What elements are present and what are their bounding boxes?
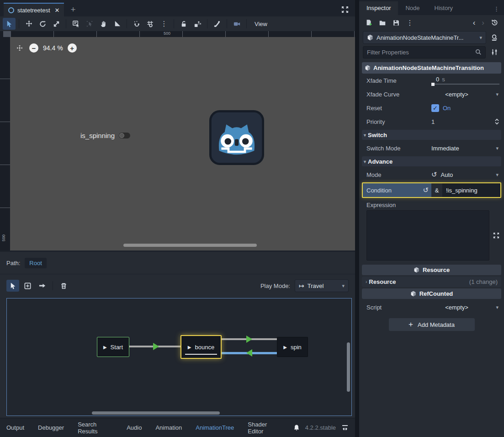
tab-inspector[interactable]: Inspector <box>359 1 398 15</box>
xfade-curve-field[interactable]: <empty> ▾ <box>431 91 501 98</box>
filter-properties-input[interactable] <box>367 49 472 56</box>
toggle-switch-off[interactable] <box>119 133 130 139</box>
category-refcounted[interactable]: RefCounted <box>362 288 501 299</box>
viewport-hscrollbar[interactable] <box>123 244 257 247</box>
snap-select-tool-button[interactable] <box>83 18 96 30</box>
add-metadata-button[interactable]: + Add Metadata <box>389 318 475 331</box>
filter-properties-box[interactable] <box>363 46 486 59</box>
move-tool-button[interactable] <box>22 18 35 30</box>
skeleton-bone-button[interactable] <box>211 18 223 30</box>
group-button[interactable] <box>191 18 204 30</box>
save-resource-icon[interactable] <box>390 17 402 28</box>
bottom-tab-search-results[interactable]: Search Results <box>78 421 113 435</box>
open-docs-icon[interactable] <box>488 32 500 43</box>
play-state-icon[interactable]: ▶ <box>283 345 287 350</box>
state-node-start[interactable]: ▶ Start <box>97 337 129 357</box>
transition-arrow-icon[interactable] <box>246 349 252 357</box>
expression-textarea[interactable] <box>366 210 489 261</box>
section-advance[interactable]: ▾ Advance <box>362 156 501 166</box>
state-node-bounce[interactable]: ▶ bounce <box>180 335 222 359</box>
condition-input[interactable] <box>442 183 500 197</box>
load-resource-icon[interactable] <box>377 17 388 28</box>
zoom-out-button[interactable]: − <box>29 43 38 53</box>
spinner-updown-icon[interactable] <box>494 118 501 125</box>
new-resource-icon[interactable] <box>363 17 375 28</box>
bottom-tab-animation[interactable]: Animation <box>155 424 182 431</box>
revert-icon[interactable]: ↺ <box>423 186 429 194</box>
lock-button[interactable] <box>177 18 190 30</box>
play-state-icon[interactable]: ▶ <box>188 345 191 350</box>
godot-icon-sprite[interactable] <box>209 110 264 165</box>
xfade-time-field[interactable]: 0s <box>431 75 501 86</box>
transition-arrow-icon[interactable] <box>153 343 159 350</box>
priority-value[interactable]: 1 <box>431 118 435 125</box>
section-switch[interactable]: ▾ Switch <box>362 130 501 140</box>
slider-grabber[interactable] <box>431 83 435 86</box>
state-machine-graph[interactable]: ▶ Start ▶ bounce ▶ spin <box>6 298 352 416</box>
notification-bell-icon[interactable] <box>293 424 300 431</box>
class-header[interactable]: AnimationNodeStateMachineTransition <box>362 62 501 74</box>
history-back-icon[interactable]: ‹ <box>471 18 478 27</box>
reset-field[interactable]: ✓ On <box>431 104 501 112</box>
revert-icon[interactable]: ↺ <box>431 171 437 179</box>
ruler-tool-button[interactable] <box>111 18 123 30</box>
pan-tool-button[interactable] <box>97 18 110 30</box>
camera-override-button[interactable] <box>230 18 243 30</box>
smart-snap-button[interactable] <box>130 18 143 30</box>
bottom-tab-debugger[interactable]: Debugger <box>38 424 64 431</box>
property-script[interactable]: Script <empty> ▾ <box>362 300 501 314</box>
group-resource[interactable]: › Resource (1 change) <box>362 277 501 287</box>
version-label[interactable]: 4.2.2.stable <box>305 424 336 431</box>
rotate-tool-button[interactable] <box>36 18 49 30</box>
scene-tab-statetreetest[interactable]: statetreetest ✕ <box>4 3 64 16</box>
path-root-button[interactable]: Root <box>25 258 46 268</box>
property-xfade-curve[interactable]: Xfade Curve <empty> ▾ <box>362 87 501 101</box>
expand-viewport-icon[interactable] <box>341 6 349 13</box>
sm-delete-button[interactable] <box>57 280 70 292</box>
resource-options-menu[interactable]: ⋮ <box>404 17 416 28</box>
select-tool-button[interactable] <box>3 18 16 30</box>
bottom-tab-audio[interactable]: Audio <box>127 424 142 431</box>
property-priority[interactable]: Priority 1 <box>362 115 501 128</box>
property-advance-condition-selected[interactable]: Condition ↺ & <box>362 182 501 198</box>
scale-tool-button[interactable] <box>50 18 63 30</box>
zoom-in-button[interactable]: + <box>68 43 77 53</box>
tab-history[interactable]: History <box>427 1 460 15</box>
sm-add-node-button[interactable] <box>21 280 34 292</box>
canvas[interactable]: − 94.4 % + is_spinning <box>10 37 355 250</box>
graph-hscrollbar[interactable] <box>92 411 220 415</box>
xfade-curve-value[interactable]: <empty> <box>445 91 468 98</box>
scene-check-button[interactable]: is_spinning <box>80 132 130 139</box>
advance-mode-field[interactable]: ↺ Auto ▾ <box>431 171 501 179</box>
category-resource[interactable]: Resource <box>362 265 501 275</box>
center-view-icon[interactable] <box>16 44 24 52</box>
sm-connect-nodes-button[interactable] <box>36 280 48 292</box>
priority-field[interactable]: 1 <box>431 118 501 125</box>
property-switch-mode[interactable]: Switch Mode Immediate ▾ <box>362 141 501 155</box>
property-xfade-time[interactable]: Xfade Time 0s <box>362 74 501 87</box>
new-tab-button[interactable]: + <box>70 5 75 15</box>
snap-options-menu[interactable]: ⋮ <box>158 18 170 30</box>
list-select-tool-button[interactable] <box>69 18 82 30</box>
view-menu-button[interactable]: View <box>250 21 272 27</box>
sm-select-tool-button[interactable] <box>6 280 19 292</box>
dock-options-menu[interactable]: ⋮ <box>489 3 504 15</box>
xfade-time-slider[interactable] <box>431 84 499 85</box>
xfade-time-value[interactable]: 0 <box>436 76 439 83</box>
transition-arrow-icon[interactable] <box>246 336 252 343</box>
script-value[interactable]: <empty> <box>445 304 468 311</box>
bottom-tab-shader-editor[interactable]: Shader Editor <box>248 421 279 435</box>
object-history-icon[interactable] <box>488 17 500 28</box>
property-advance-mode[interactable]: Mode ↺ Auto ▾ <box>362 168 501 181</box>
2d-viewport[interactable]: 500 500 − 94.4 % + is_spinning <box>0 31 355 250</box>
resource-selector[interactable]: AnimationNodeStateMachineTr... ▾ <box>363 31 486 44</box>
switch-mode-field[interactable]: Immediate ▾ <box>431 145 501 152</box>
script-field[interactable]: <empty> ▾ <box>431 304 501 311</box>
history-forward-icon[interactable]: › <box>479 18 487 27</box>
property-tools-icon[interactable] <box>488 47 500 58</box>
close-tab-icon[interactable]: ✕ <box>55 7 60 14</box>
bottom-tab-output[interactable]: Output <box>6 424 24 431</box>
play-mode-select[interactable]: ↦ Travel ▾ <box>295 279 349 292</box>
expand-expression-icon[interactable] <box>491 210 501 261</box>
property-reset[interactable]: Reset ✓ On <box>362 101 501 115</box>
